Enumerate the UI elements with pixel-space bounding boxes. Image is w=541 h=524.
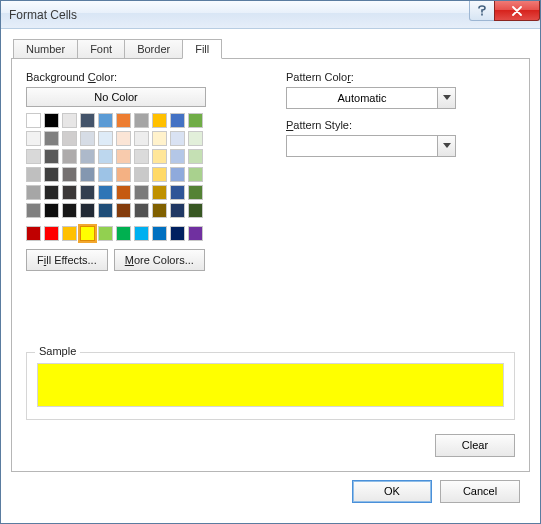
color-swatch[interactable] [170,167,185,182]
tab-font[interactable]: Font [77,39,125,59]
color-swatch[interactable] [44,226,59,241]
color-swatch[interactable] [62,203,77,218]
color-swatch[interactable] [80,149,95,164]
color-swatch[interactable] [80,203,95,218]
close-icon [511,6,523,16]
color-swatch[interactable] [44,149,59,164]
no-color-button[interactable]: No Color [26,87,206,107]
color-swatch[interactable] [62,113,77,128]
pattern-color-dropdown-button[interactable] [437,88,455,108]
color-swatch[interactable] [188,131,203,146]
color-swatch[interactable] [116,149,131,164]
color-swatch[interactable] [170,131,185,146]
tab-border[interactable]: Border [124,39,183,59]
color-swatch[interactable] [152,131,167,146]
sample-label: Sample [35,345,80,357]
color-swatch[interactable] [26,185,41,200]
sample-preview [37,363,504,407]
cancel-button[interactable]: Cancel [440,480,520,503]
color-swatch[interactable] [134,167,149,182]
color-swatch[interactable] [116,131,131,146]
chevron-down-icon [443,95,451,101]
tabstrip: Number Font Border Fill [11,37,530,59]
color-swatch[interactable] [80,131,95,146]
color-swatch[interactable] [116,113,131,128]
color-swatch[interactable] [26,149,41,164]
color-swatch[interactable] [116,226,131,241]
color-swatch[interactable] [134,226,149,241]
ok-button[interactable]: OK [352,480,432,503]
color-swatch[interactable] [98,203,113,218]
fill-effects-button[interactable]: Fill Effects... [26,249,108,271]
color-swatch[interactable] [134,203,149,218]
color-swatch[interactable] [80,167,95,182]
dialog-footer: OK Cancel [11,472,530,513]
color-swatch[interactable] [26,167,41,182]
color-swatch[interactable] [62,149,77,164]
color-swatch[interactable] [170,149,185,164]
color-swatch[interactable] [98,167,113,182]
color-swatch[interactable] [188,226,203,241]
color-swatch[interactable] [62,131,77,146]
color-swatch[interactable] [116,185,131,200]
pattern-style-dropdown-button[interactable] [437,136,455,156]
sample-group: Sample [26,352,515,420]
color-swatch[interactable] [44,167,59,182]
color-swatch[interactable] [44,131,59,146]
color-swatch[interactable] [26,226,41,241]
color-swatch[interactable] [62,185,77,200]
color-swatch[interactable] [152,226,167,241]
color-swatch[interactable] [80,185,95,200]
color-swatch[interactable] [170,113,185,128]
color-swatch[interactable] [188,167,203,182]
color-swatch[interactable] [44,185,59,200]
color-swatch[interactable] [134,113,149,128]
window-title: Format Cells [9,8,470,22]
color-swatch[interactable] [80,113,95,128]
color-swatch[interactable] [152,167,167,182]
color-swatch[interactable] [44,203,59,218]
color-swatch[interactable] [134,131,149,146]
color-swatch[interactable] [116,167,131,182]
color-swatch[interactable] [134,149,149,164]
color-swatch[interactable] [62,226,77,241]
color-swatch[interactable] [152,185,167,200]
tab-fill[interactable]: Fill [182,39,222,59]
color-swatch[interactable] [134,185,149,200]
pattern-color-label: Pattern Color: [286,71,515,83]
help-icon [477,5,487,17]
color-swatch[interactable] [170,226,185,241]
help-button[interactable] [469,1,495,21]
color-swatch[interactable] [170,185,185,200]
color-swatch[interactable] [26,113,41,128]
color-swatch[interactable] [98,185,113,200]
chevron-down-icon [443,143,451,149]
color-swatch[interactable] [98,131,113,146]
color-swatch[interactable] [98,113,113,128]
color-swatch[interactable] [152,113,167,128]
theme-color-grid [26,113,246,218]
color-swatch[interactable] [116,203,131,218]
color-swatch[interactable] [188,185,203,200]
color-swatch[interactable] [98,226,113,241]
color-swatch[interactable] [62,167,77,182]
color-swatch[interactable] [26,131,41,146]
pattern-style-combo[interactable] [286,135,456,157]
more-colors-button[interactable]: More Colors... [114,249,205,271]
format-cells-dialog: Format Cells Number Font Border Fill [0,0,541,524]
pattern-style-label: Pattern Style: [286,119,515,131]
color-swatch[interactable] [26,203,41,218]
color-swatch[interactable] [98,149,113,164]
color-swatch[interactable] [170,203,185,218]
color-swatch[interactable] [188,203,203,218]
color-swatch[interactable] [188,149,203,164]
color-swatch[interactable] [44,113,59,128]
tab-number[interactable]: Number [13,39,78,59]
color-swatch[interactable] [80,226,95,241]
close-button[interactable] [494,1,540,21]
pattern-color-combo[interactable]: Automatic [286,87,456,109]
clear-button[interactable]: Clear [435,434,515,457]
color-swatch[interactable] [188,113,203,128]
color-swatch[interactable] [152,203,167,218]
color-swatch[interactable] [152,149,167,164]
